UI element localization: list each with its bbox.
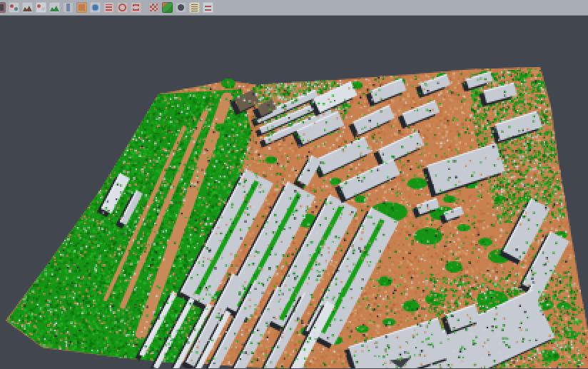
- red-checker-icon[interactable]: [148, 2, 159, 13]
- application-window: [0, 0, 588, 369]
- globe-icon[interactable]: [90, 2, 101, 13]
- ruler-red-icon[interactable]: [203, 2, 213, 13]
- hill-brown-icon[interactable]: [22, 2, 33, 13]
- hill-green-icon[interactable]: [49, 2, 60, 13]
- snapshot-icon[interactable]: [176, 2, 186, 13]
- profile-column-icon[interactable]: [63, 2, 74, 13]
- classified-cloud-icon[interactable]: [162, 2, 173, 13]
- point-cloud-render[interactable]: [0, 16, 588, 368]
- ground-patch-icon[interactable]: [76, 2, 87, 13]
- scatter-points-icon[interactable]: [36, 2, 46, 13]
- red-selection-icon[interactable]: [131, 2, 141, 13]
- crop-dark-icon[interactable]: [0, 2, 6, 13]
- point-pair-icon[interactable]: [9, 2, 19, 13]
- main-toolbar: [0, 0, 588, 16]
- 3d-viewport[interactable]: [0, 16, 588, 369]
- red-gear-icon[interactable]: [117, 2, 128, 13]
- red-list-icon[interactable]: [103, 2, 114, 13]
- annotation-icon[interactable]: [189, 2, 200, 13]
